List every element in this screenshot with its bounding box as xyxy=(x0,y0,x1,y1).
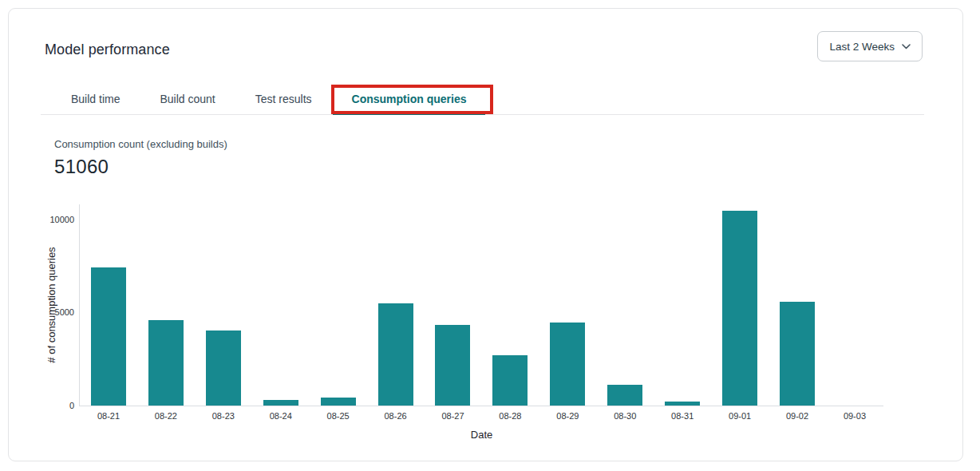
bar-slot xyxy=(596,204,654,406)
metric-value: 51060 xyxy=(54,156,227,178)
tab-label: Build count xyxy=(160,93,215,105)
bar-slot xyxy=(654,204,711,406)
plot-area xyxy=(80,204,883,406)
tab-build-time[interactable]: Build time xyxy=(51,83,140,114)
x-tick-label: 08-28 xyxy=(481,411,539,421)
bar-08-25[interactable] xyxy=(321,398,356,406)
tab-label: Build time xyxy=(71,93,120,105)
tab-label: Test results xyxy=(255,93,312,105)
consumption-queries-chart: # of consumption queries 0500010000 08-2… xyxy=(79,204,883,406)
y-tick-label: 10000 xyxy=(49,215,74,224)
x-tick-label: 08-23 xyxy=(195,411,252,421)
y-axis-title: # of consumption queries xyxy=(45,247,57,362)
x-tick-label: 09-02 xyxy=(769,411,826,421)
bar-slot xyxy=(310,204,367,406)
x-tick-label: 09-01 xyxy=(711,411,769,421)
x-tick-label: 08-24 xyxy=(252,411,310,421)
bar-08-23[interactable] xyxy=(206,330,241,406)
tab-bar: Build time Build count Test results Cons… xyxy=(41,83,924,115)
page-title: Model performance xyxy=(45,42,170,58)
bar-08-24[interactable] xyxy=(263,400,298,406)
x-tick-label: 08-29 xyxy=(539,411,596,421)
date-range-value: Last 2 Weeks xyxy=(829,41,895,53)
x-axis-title: Date xyxy=(80,429,883,441)
chevron-down-icon xyxy=(902,44,911,49)
bar-09-01[interactable] xyxy=(722,211,757,406)
date-range-dropdown[interactable]: Last 2 Weeks xyxy=(817,31,923,61)
model-performance-card: Model performance Last 2 Weeks Build tim… xyxy=(8,8,963,461)
x-tick-label: 08-26 xyxy=(367,411,425,421)
x-tick-label: 09-03 xyxy=(826,411,883,421)
tab-test-results[interactable]: Test results xyxy=(235,83,332,114)
x-tick-label: 08-30 xyxy=(596,411,654,421)
bar-slot xyxy=(367,204,425,406)
metric-label: Consumption count (excluding builds) xyxy=(54,138,227,150)
y-tick-label: 0 xyxy=(69,401,74,410)
x-tick-label: 08-27 xyxy=(425,411,482,421)
bar-slot xyxy=(539,204,596,406)
bar-08-28[interactable] xyxy=(492,355,528,406)
bar-09-02[interactable] xyxy=(780,302,815,406)
x-tick-label: 08-22 xyxy=(137,411,195,421)
bar-08-31[interactable] xyxy=(665,402,700,406)
bar-slot xyxy=(425,204,482,406)
consumption-count-metric: Consumption count (excluding builds) 510… xyxy=(54,138,227,178)
bar-slot xyxy=(826,204,883,406)
bar-slot xyxy=(252,204,310,406)
y-tick-label: 5000 xyxy=(55,307,74,317)
bar-08-30[interactable] xyxy=(607,385,642,406)
bar-slot xyxy=(481,204,539,406)
tab-build-count[interactable]: Build count xyxy=(140,83,235,114)
bar-08-21[interactable] xyxy=(91,267,126,406)
x-axis-labels: 08-2108-2208-2308-2408-2508-2608-2708-28… xyxy=(80,411,883,421)
bar-slot xyxy=(80,204,137,406)
x-tick-label: 08-31 xyxy=(654,411,711,421)
bar-slot xyxy=(769,204,826,406)
tab-label: Consumption queries xyxy=(352,93,467,105)
bar-slot xyxy=(137,204,195,406)
bar-slot xyxy=(711,204,769,406)
tab-consumption-queries[interactable]: Consumption queries xyxy=(332,83,487,114)
bar-08-29[interactable] xyxy=(550,323,585,406)
bar-08-26[interactable] xyxy=(378,303,413,406)
bar-08-27[interactable] xyxy=(435,325,470,406)
x-tick-label: 08-25 xyxy=(310,411,367,421)
bar-slot xyxy=(195,204,252,406)
bar-08-22[interactable] xyxy=(148,320,184,406)
x-tick-label: 08-21 xyxy=(80,411,137,421)
